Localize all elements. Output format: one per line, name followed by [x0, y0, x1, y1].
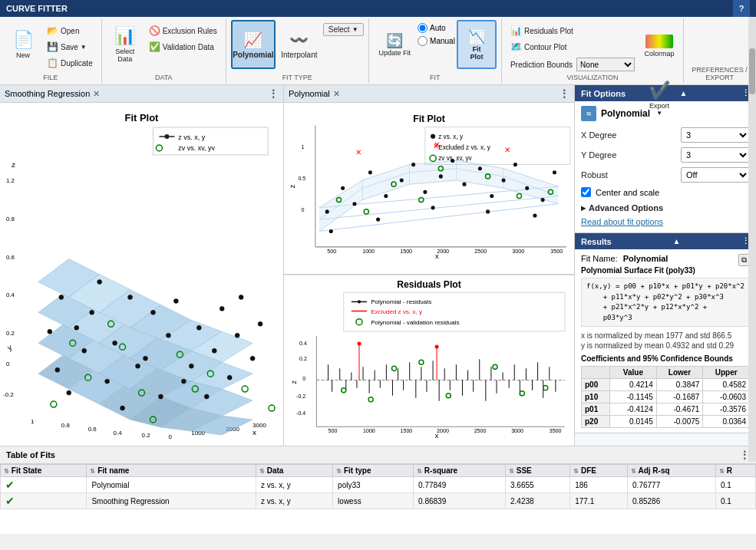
manual-radio[interactable] [418, 36, 428, 46]
table-col-data[interactable]: ⇅ Data [256, 465, 332, 477]
svg-point-60 [189, 364, 193, 368]
ribbon-group-fit-type: 📈 Polynomial 〰️ Interpolant Select ▼ [226, 18, 369, 83]
residuals-icon: 📊 [510, 25, 522, 36]
svg-point-76 [173, 298, 178, 303]
manual-radio-row[interactable]: Manual [418, 36, 455, 46]
coeff-cell-value: 0.4214 [610, 379, 657, 391]
coeff-cell-lower: -0.0075 [656, 416, 703, 428]
coeff-cell-lower: 0.3847 [656, 379, 703, 391]
table-cell: z vs. x, y [256, 477, 332, 493]
center-scale-checkbox[interactable] [581, 187, 591, 197]
table-col-sse[interactable]: ⇅ SSE [506, 465, 570, 477]
status-icon: ✔ [5, 479, 15, 491]
contour-plot-button[interactable]: 🗺️ Contour Plot [507, 39, 639, 54]
svg-point-69 [204, 394, 209, 399]
svg-text:1: 1 [31, 418, 35, 425]
open-button[interactable]: 📂 Open [43, 23, 97, 38]
residuals-plot-button[interactable]: 📊 Residuals Plot [507, 23, 639, 38]
coeff-cell-name: p00 [582, 379, 610, 391]
left-panel: Smoothing Regression ✕ ⋮ Fit Plot z vs. … [0, 85, 284, 446]
table-row: ✔Smoothing Regressionz vs. x, ylowess0.8… [1, 493, 756, 509]
polynomial-button[interactable]: 📈 Polynomial [231, 20, 276, 69]
scroll-thumb [749, 85, 755, 94]
fit-plot-button[interactable]: 📉 FitPlot [457, 20, 497, 69]
table-col-fit-state[interactable]: ⇅ Fit State [1, 465, 87, 477]
update-fit-button[interactable]: 🔄 Update Fit [374, 20, 417, 69]
svg-text:0.5: 0.5 [298, 176, 305, 182]
content-area: Smoothing Regression ✕ ⋮ Fit Plot z vs. … [0, 85, 756, 534]
results-fit-name-row: Fit Name: Polynomial ⧉ [581, 254, 750, 263]
table-col-r[interactable]: ⇅ R [715, 465, 755, 477]
save-button[interactable]: 💾 Save ▼ [43, 39, 97, 54]
y-degree-select[interactable]: 12345 [681, 147, 750, 163]
interpolant-button[interactable]: 〰️ Interpolant [277, 20, 322, 69]
ribbon-fit-items: 🔄 Update Fit Auto Manual 📉 FitPlot [374, 20, 497, 81]
svg-point-62 [212, 348, 216, 353]
select-data-icon: 📊 [114, 26, 135, 46]
coeff-cell-upper: -0.0603 [703, 391, 750, 403]
svg-text:0.6: 0.6 [6, 254, 15, 261]
svg-point-134 [478, 166, 482, 170]
panels-row: Smoothing Regression ✕ ⋮ Fit Plot z vs. … [0, 85, 756, 446]
coeff-col-value: Value [610, 367, 657, 379]
table-cell: 177.1 [570, 493, 628, 509]
svg-point-137 [513, 163, 517, 166]
svg-text:0.2: 0.2 [6, 330, 15, 337]
surface-fit-label: Polynomial Surface Fit (poly33) [581, 266, 750, 275]
robust-select[interactable]: OffLARBisquare [681, 167, 750, 183]
exclusion-rules-button[interactable]: 🚫 Exclusion Rules [145, 23, 221, 38]
fit-name-value: Polynomial [623, 254, 669, 263]
table-col-dfe[interactable]: ⇅ DFE [570, 465, 628, 477]
scroll-indicator[interactable] [748, 85, 756, 446]
svg-point-58 [150, 310, 155, 315]
auto-radio[interactable] [418, 23, 428, 33]
top-plot-area: Fit Plot z vs. x, y ✕ Excluded z vs. x, … [284, 103, 574, 275]
svg-point-72 [250, 356, 255, 361]
validation-data-button[interactable]: ✅ Validation Data [145, 39, 221, 54]
duplicate-icon: 📋 [47, 58, 58, 68]
x-degree-select[interactable]: 12345 [681, 127, 750, 143]
svg-point-124 [341, 186, 345, 190]
prediction-bounds-select[interactable]: None Functional Observation [576, 58, 635, 71]
read-fit-options-link[interactable]: Read about fit options [581, 216, 750, 228]
table-col-fit-name[interactable]: ⇅ Fit name [87, 465, 256, 477]
auto-radio-row[interactable]: Auto [418, 23, 455, 33]
left-panel-menu[interactable]: ⋮ [268, 87, 279, 100]
advanced-options-label: Advanced Options [589, 203, 663, 212]
table-col-r-square[interactable]: ⇅ R-square [414, 465, 506, 477]
svg-point-78 [239, 295, 243, 299]
svg-text:3500: 3500 [550, 249, 563, 255]
ribbon: 📄 New 📂 Open 💾 Save ▼ 📋 Dupli [0, 17, 756, 85]
robust-row: Robust OffLARBisquare [581, 167, 750, 183]
advanced-options-row[interactable]: ▶ Advanced Options [581, 200, 750, 216]
svg-text:Fit Plot: Fit Plot [125, 112, 160, 124]
table-cell: z vs. x, y [256, 493, 332, 509]
coeff-cell-value: 0.0145 [610, 416, 657, 428]
svg-text:0.4: 0.4 [299, 341, 307, 346]
polynomial-panel-title: Polynomial [289, 89, 330, 98]
help-button[interactable]: ? [733, 0, 750, 17]
svg-point-68 [181, 379, 186, 384]
svg-text:Fit Plot: Fit Plot [413, 114, 445, 124]
new-icon: 📄 [13, 30, 34, 50]
colormap-button[interactable]: Colormap [640, 21, 678, 71]
duplicate-button[interactable]: 📋 Duplicate [43, 55, 97, 71]
select-data-button[interactable]: 📊 SelectData [107, 20, 144, 69]
svg-text:-0.2: -0.2 [3, 391, 14, 398]
coeff-cell-upper: -0.3576 [703, 403, 750, 416]
svg-text:x: x [253, 428, 256, 436]
svg-text:Polynomial - residuals: Polynomial - residuals [371, 298, 431, 305]
fit-type-select-button[interactable]: Select ▼ [323, 23, 364, 36]
polynomial-panel-close[interactable]: ✕ [333, 89, 340, 99]
table-col-adj-r-sq[interactable]: ⇅ Adj R-sq [628, 465, 716, 477]
coeff-cell-value: -0.4124 [610, 403, 657, 416]
coeff-label: Coefficients and 95% Confidence Bounds [581, 354, 750, 363]
left-panel-close[interactable]: ✕ [93, 89, 100, 99]
new-button[interactable]: 📄 New [5, 20, 41, 69]
table-col-fit-type[interactable]: ⇅ Fit type [333, 465, 414, 477]
svg-text:0.8: 0.8 [6, 216, 15, 222]
svg-point-61 [196, 325, 201, 330]
prediction-bounds-button[interactable]: Prediction Bounds None Functional Observ… [507, 55, 639, 74]
svg-text:0.8: 0.8 [61, 422, 71, 429]
table-scroll-area[interactable]: ⇅ Fit State⇅ Fit name⇅ Data⇅ Fit type⇅ R… [0, 464, 756, 534]
